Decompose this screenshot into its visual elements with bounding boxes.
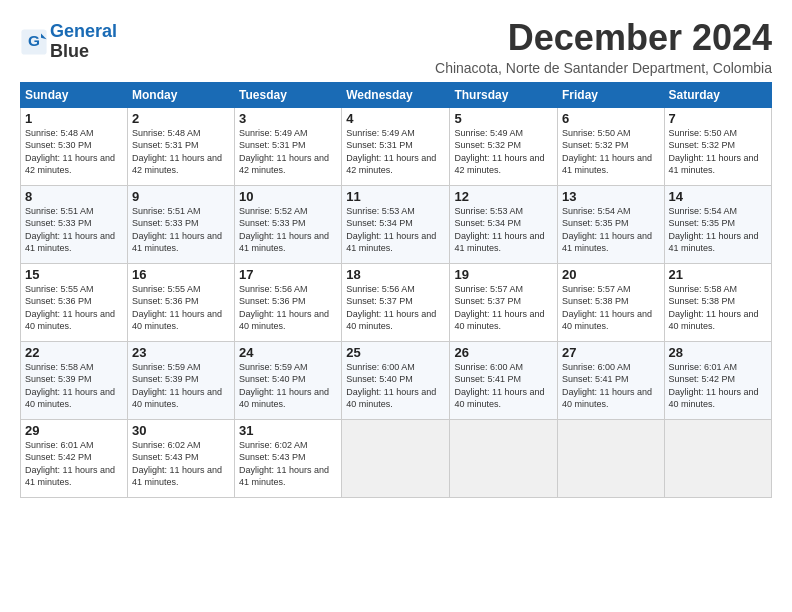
table-row: 19 Sunrise: 5:57 AMSunset: 5:37 PMDaylig…: [450, 263, 558, 341]
day-detail: Sunrise: 5:58 AMSunset: 5:38 PMDaylight:…: [669, 283, 767, 333]
day-detail: Sunrise: 5:49 AMSunset: 5:31 PMDaylight:…: [239, 127, 337, 177]
table-row: 7 Sunrise: 5:50 AMSunset: 5:32 PMDayligh…: [664, 107, 771, 185]
table-row: 28 Sunrise: 6:01 AMSunset: 5:42 PMDaylig…: [664, 341, 771, 419]
day-number: 20: [562, 267, 660, 282]
day-detail: Sunrise: 5:56 AMSunset: 5:36 PMDaylight:…: [239, 283, 337, 333]
day-number: 16: [132, 267, 230, 282]
day-detail: Sunrise: 5:49 AMSunset: 5:31 PMDaylight:…: [346, 127, 445, 177]
table-row: 6 Sunrise: 5:50 AMSunset: 5:32 PMDayligh…: [557, 107, 664, 185]
table-row: 23 Sunrise: 5:59 AMSunset: 5:39 PMDaylig…: [127, 341, 234, 419]
day-detail: Sunrise: 5:51 AMSunset: 5:33 PMDaylight:…: [132, 205, 230, 255]
day-number: 29: [25, 423, 123, 438]
logo-line2: Blue: [50, 41, 89, 61]
day-detail: Sunrise: 6:02 AMSunset: 5:43 PMDaylight:…: [132, 439, 230, 489]
day-number: 10: [239, 189, 337, 204]
day-number: 13: [562, 189, 660, 204]
page: G General Blue December 2024 Chinacota, …: [0, 0, 792, 612]
day-detail: Sunrise: 5:57 AMSunset: 5:38 PMDaylight:…: [562, 283, 660, 333]
table-row: 4 Sunrise: 5:49 AMSunset: 5:31 PMDayligh…: [342, 107, 450, 185]
logo: G General Blue: [20, 22, 117, 62]
day-number: 5: [454, 111, 553, 126]
day-detail: Sunrise: 5:55 AMSunset: 5:36 PMDaylight:…: [132, 283, 230, 333]
table-row: 13 Sunrise: 5:54 AMSunset: 5:35 PMDaylig…: [557, 185, 664, 263]
header: G General Blue December 2024 Chinacota, …: [20, 18, 772, 76]
day-number: 7: [669, 111, 767, 126]
day-detail: Sunrise: 5:55 AMSunset: 5:36 PMDaylight:…: [25, 283, 123, 333]
table-row: 24 Sunrise: 5:59 AMSunset: 5:40 PMDaylig…: [235, 341, 342, 419]
day-detail: Sunrise: 6:00 AMSunset: 5:40 PMDaylight:…: [346, 361, 445, 411]
day-number: 17: [239, 267, 337, 282]
location: Chinacota, Norte de Santander Department…: [435, 60, 772, 76]
day-detail: Sunrise: 5:54 AMSunset: 5:35 PMDaylight:…: [669, 205, 767, 255]
table-row: [450, 419, 558, 497]
calendar-week-4: 22 Sunrise: 5:58 AMSunset: 5:39 PMDaylig…: [21, 341, 772, 419]
day-detail: Sunrise: 5:57 AMSunset: 5:37 PMDaylight:…: [454, 283, 553, 333]
svg-text:G: G: [28, 32, 40, 49]
table-row: 9 Sunrise: 5:51 AMSunset: 5:33 PMDayligh…: [127, 185, 234, 263]
day-number: 8: [25, 189, 123, 204]
calendar-week-1: 1 Sunrise: 5:48 AMSunset: 5:30 PMDayligh…: [21, 107, 772, 185]
day-detail: Sunrise: 5:52 AMSunset: 5:33 PMDaylight:…: [239, 205, 337, 255]
day-number: 14: [669, 189, 767, 204]
table-row: [342, 419, 450, 497]
table-row: 15 Sunrise: 5:55 AMSunset: 5:36 PMDaylig…: [21, 263, 128, 341]
day-number: 4: [346, 111, 445, 126]
table-row: [664, 419, 771, 497]
day-detail: Sunrise: 6:00 AMSunset: 5:41 PMDaylight:…: [454, 361, 553, 411]
table-row: 3 Sunrise: 5:49 AMSunset: 5:31 PMDayligh…: [235, 107, 342, 185]
day-detail: Sunrise: 5:56 AMSunset: 5:37 PMDaylight:…: [346, 283, 445, 333]
header-wednesday: Wednesday: [342, 82, 450, 107]
day-detail: Sunrise: 5:54 AMSunset: 5:35 PMDaylight:…: [562, 205, 660, 255]
day-number: 6: [562, 111, 660, 126]
calendar-week-2: 8 Sunrise: 5:51 AMSunset: 5:33 PMDayligh…: [21, 185, 772, 263]
calendar-week-3: 15 Sunrise: 5:55 AMSunset: 5:36 PMDaylig…: [21, 263, 772, 341]
header-monday: Monday: [127, 82, 234, 107]
month-title: December 2024: [435, 18, 772, 58]
table-row: 1 Sunrise: 5:48 AMSunset: 5:30 PMDayligh…: [21, 107, 128, 185]
table-row: 16 Sunrise: 5:55 AMSunset: 5:36 PMDaylig…: [127, 263, 234, 341]
day-number: 31: [239, 423, 337, 438]
day-detail: Sunrise: 5:48 AMSunset: 5:31 PMDaylight:…: [132, 127, 230, 177]
day-detail: Sunrise: 5:53 AMSunset: 5:34 PMDaylight:…: [454, 205, 553, 255]
table-row: 26 Sunrise: 6:00 AMSunset: 5:41 PMDaylig…: [450, 341, 558, 419]
day-number: 2: [132, 111, 230, 126]
day-detail: Sunrise: 6:02 AMSunset: 5:43 PMDaylight:…: [239, 439, 337, 489]
table-row: 29 Sunrise: 6:01 AMSunset: 5:42 PMDaylig…: [21, 419, 128, 497]
table-row: 20 Sunrise: 5:57 AMSunset: 5:38 PMDaylig…: [557, 263, 664, 341]
day-detail: Sunrise: 5:49 AMSunset: 5:32 PMDaylight:…: [454, 127, 553, 177]
table-row: 10 Sunrise: 5:52 AMSunset: 5:33 PMDaylig…: [235, 185, 342, 263]
day-detail: Sunrise: 6:00 AMSunset: 5:41 PMDaylight:…: [562, 361, 660, 411]
day-detail: Sunrise: 5:53 AMSunset: 5:34 PMDaylight:…: [346, 205, 445, 255]
logo-line1: General: [50, 21, 117, 41]
header-tuesday: Tuesday: [235, 82, 342, 107]
header-thursday: Thursday: [450, 82, 558, 107]
table-row: 11 Sunrise: 5:53 AMSunset: 5:34 PMDaylig…: [342, 185, 450, 263]
header-friday: Friday: [557, 82, 664, 107]
day-number: 15: [25, 267, 123, 282]
day-number: 26: [454, 345, 553, 360]
day-number: 9: [132, 189, 230, 204]
day-number: 24: [239, 345, 337, 360]
table-row: 17 Sunrise: 5:56 AMSunset: 5:36 PMDaylig…: [235, 263, 342, 341]
day-detail: Sunrise: 5:58 AMSunset: 5:39 PMDaylight:…: [25, 361, 123, 411]
table-row: 22 Sunrise: 5:58 AMSunset: 5:39 PMDaylig…: [21, 341, 128, 419]
day-number: 30: [132, 423, 230, 438]
day-number: 23: [132, 345, 230, 360]
day-number: 11: [346, 189, 445, 204]
table-row: 27 Sunrise: 6:00 AMSunset: 5:41 PMDaylig…: [557, 341, 664, 419]
table-row: 2 Sunrise: 5:48 AMSunset: 5:31 PMDayligh…: [127, 107, 234, 185]
header-sunday: Sunday: [21, 82, 128, 107]
day-detail: Sunrise: 5:59 AMSunset: 5:40 PMDaylight:…: [239, 361, 337, 411]
table-row: 21 Sunrise: 5:58 AMSunset: 5:38 PMDaylig…: [664, 263, 771, 341]
table-row: 25 Sunrise: 6:00 AMSunset: 5:40 PMDaylig…: [342, 341, 450, 419]
day-detail: Sunrise: 6:01 AMSunset: 5:42 PMDaylight:…: [669, 361, 767, 411]
logo-text: General Blue: [50, 22, 117, 62]
day-detail: Sunrise: 6:01 AMSunset: 5:42 PMDaylight:…: [25, 439, 123, 489]
day-detail: Sunrise: 5:50 AMSunset: 5:32 PMDaylight:…: [562, 127, 660, 177]
day-number: 3: [239, 111, 337, 126]
calendar-header-row: Sunday Monday Tuesday Wednesday Thursday…: [21, 82, 772, 107]
day-number: 12: [454, 189, 553, 204]
day-number: 28: [669, 345, 767, 360]
calendar: Sunday Monday Tuesday Wednesday Thursday…: [20, 82, 772, 498]
table-row: 14 Sunrise: 5:54 AMSunset: 5:35 PMDaylig…: [664, 185, 771, 263]
